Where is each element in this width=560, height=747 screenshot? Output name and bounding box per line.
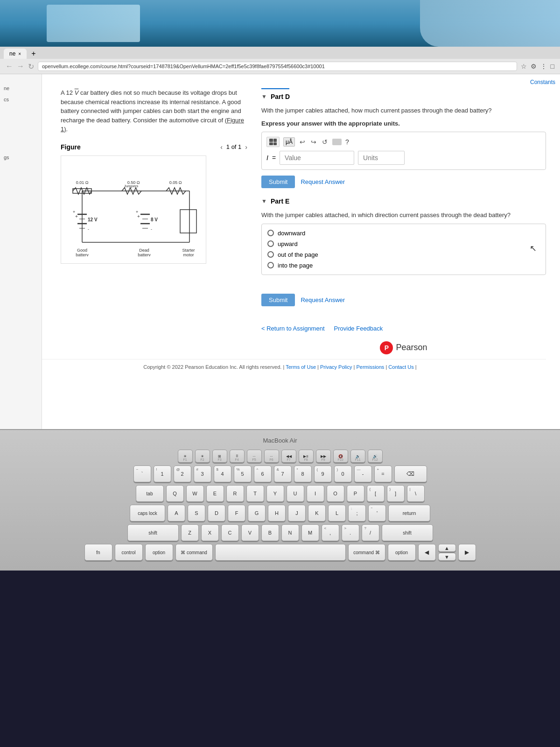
key-arrow-up[interactable]: ▲ [438, 544, 456, 552]
back-icon[interactable]: ← [6, 62, 13, 70]
key-5[interactable]: %5 [234, 465, 252, 482]
permissions-link[interactable]: Permissions [356, 364, 384, 370]
key-period[interactable]: >. [342, 524, 359, 541]
browser-tab[interactable]: ne × [4, 49, 27, 59]
key-4[interactable]: $4 [214, 465, 231, 482]
key-g[interactable]: G [248, 505, 266, 521]
option-upward[interactable]: upward [267, 240, 540, 247]
key-e[interactable]: E [206, 485, 224, 502]
key-p[interactable]: P [347, 485, 364, 502]
part-e-request-button[interactable]: Request Answer [301, 296, 345, 303]
key-f[interactable]: F [228, 505, 245, 521]
key-c[interactable]: C [221, 524, 239, 541]
key-r[interactable]: R [226, 485, 244, 502]
key-7[interactable]: &7 [274, 465, 292, 482]
key-v[interactable]: V [241, 524, 259, 541]
key-f4[interactable]: ⠿F4 [230, 450, 245, 463]
key-1[interactable]: !1 [154, 465, 171, 482]
key-h[interactable]: H [268, 505, 286, 521]
key-f5[interactable]: ···F5 [247, 450, 262, 463]
key-return[interactable]: return [388, 505, 430, 521]
key-control[interactable]: control [115, 544, 143, 561]
key-q[interactable]: Q [166, 485, 184, 502]
key-0[interactable]: )0 [334, 465, 352, 482]
key-command-left[interactable]: ⌘ command [175, 544, 213, 561]
part-d-submit-button[interactable]: Submit [261, 176, 295, 188]
key-w[interactable]: W [186, 485, 204, 502]
part-e-arrow[interactable]: ▼ [261, 198, 267, 204]
sidebar-item-cs[interactable]: cs [0, 95, 42, 104]
key-caps-lock[interactable]: caps lock [130, 505, 165, 521]
figure-ref[interactable]: (Figure 1) [61, 117, 244, 133]
key-f7[interactable]: ◀◀F7 [281, 450, 296, 463]
provide-feedback-button[interactable]: Provide Feedback [334, 325, 383, 332]
prev-figure-btn[interactable]: ‹ [220, 143, 223, 151]
bookmark-icon[interactable]: ☆ [521, 63, 527, 70]
key-f6[interactable]: ···F6 [264, 450, 279, 463]
key-comma[interactable]: <, [322, 524, 339, 541]
option-downward[interactable]: downward [267, 230, 540, 237]
help-button[interactable]: ? [345, 138, 349, 146]
grid-icon-btn[interactable] [266, 137, 280, 147]
new-tab-button[interactable]: + [28, 49, 38, 59]
undo-button[interactable]: ↩ [299, 137, 306, 147]
mu-button[interactable]: μÅ [283, 137, 295, 147]
sidebar-item-gs[interactable]: gs [0, 153, 42, 162]
key-6[interactable]: ^6 [254, 465, 272, 482]
key-arrow-right[interactable]: ▶ [458, 544, 476, 561]
key-j[interactable]: J [288, 505, 306, 521]
url-bar[interactable]: openvellum.ecollege.com/course.html?cour… [38, 62, 517, 71]
key-semicolon[interactable]: :; [348, 505, 366, 521]
key-f11[interactable]: 🔉F11 [350, 450, 365, 463]
key-space[interactable] [215, 544, 346, 561]
key-k[interactable]: K [308, 505, 326, 521]
key-z[interactable]: Z [181, 524, 199, 541]
key-f3[interactable]: ⊞F3 [212, 450, 227, 463]
key-option[interactable]: option [145, 544, 173, 561]
window-icon[interactable]: □ [551, 63, 554, 70]
forward-icon[interactable]: → [17, 62, 24, 70]
privacy-link[interactable]: Privacy Policy [320, 364, 352, 370]
key-d[interactable]: D [208, 505, 225, 521]
key-u[interactable]: U [287, 485, 304, 502]
constants-link[interactable]: Constants [530, 79, 555, 85]
key-backtick[interactable]: ~` [133, 465, 151, 482]
key-i[interactable]: I [307, 485, 324, 502]
terms-link[interactable]: Terms of Use [286, 364, 316, 370]
key-minus[interactable]: —- [354, 465, 372, 482]
key-option-right[interactable]: option [388, 544, 416, 561]
part-e-submit-button[interactable]: Submit [261, 294, 295, 306]
key-s[interactable]: S [188, 505, 205, 521]
key-n[interactable]: N [281, 524, 299, 541]
key-y[interactable]: Y [266, 485, 284, 502]
key-t[interactable]: T [246, 485, 264, 502]
key-f12[interactable]: 🔊F12 [368, 450, 383, 463]
key-f9[interactable]: ▶▶F9 [316, 450, 331, 463]
key-command-right[interactable]: command ⌘ [348, 544, 385, 561]
key-shift-right[interactable]: shift [382, 524, 433, 541]
key-arrow-left[interactable]: ◀ [418, 544, 436, 561]
key-3[interactable]: #3 [194, 465, 211, 482]
option-out-of-page[interactable]: out of the page [267, 251, 540, 258]
return-assignment-button[interactable]: Return to Assignment [261, 325, 325, 332]
key-fn[interactable]: fn [84, 544, 112, 561]
key-f10[interactable]: 🔇F10 [333, 450, 348, 463]
key-l[interactable]: L [328, 505, 346, 521]
units-input[interactable] [358, 151, 405, 165]
reset-button[interactable]: ↺ [321, 137, 329, 147]
key-shift-left[interactable]: shift [127, 524, 179, 541]
sidebar-item-ne[interactable]: ne [0, 84, 42, 93]
key-o[interactable]: O [327, 485, 344, 502]
key-bracket-left[interactable]: {[ [367, 485, 385, 502]
key-b[interactable]: B [261, 524, 279, 541]
key-2[interactable]: @2 [174, 465, 191, 482]
keyboard-icon[interactable] [332, 139, 342, 145]
part-d-request-button[interactable]: Request Answer [301, 178, 345, 185]
key-backslash[interactable]: |\ [407, 485, 425, 502]
key-slash[interactable]: ?/ [362, 524, 379, 541]
extensions-icon[interactable]: ⚙ [531, 63, 537, 70]
next-figure-btn[interactable]: › [245, 143, 247, 151]
menu-icon[interactable]: ⋮ [540, 63, 547, 70]
key-equals[interactable]: += [374, 465, 392, 482]
key-bracket-right[interactable]: }] [387, 485, 405, 502]
